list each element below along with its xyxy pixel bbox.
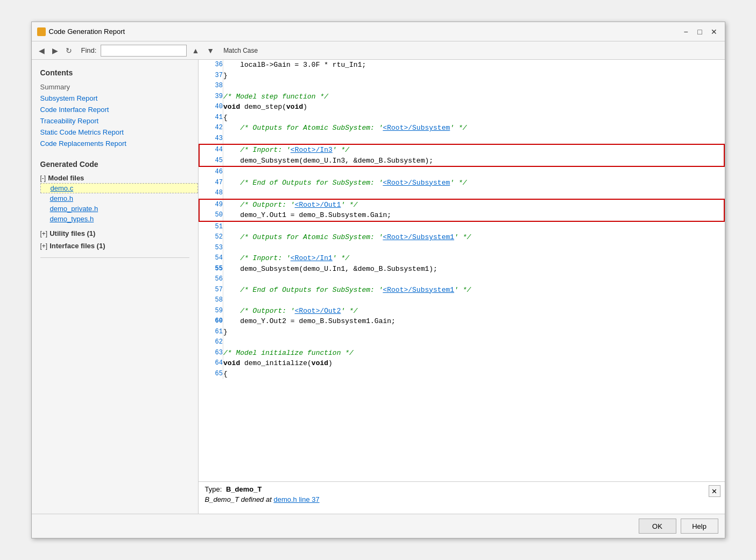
table-row: 40 void demo_step(void): [199, 102, 724, 113]
line-number[interactable]: 56: [199, 274, 223, 285]
find-label: Find:: [81, 46, 97, 54]
table-row: 50 demo_Y.Out1 = demo_B.Subsystem.Gain;: [199, 210, 724, 221]
line-number[interactable]: 40: [199, 102, 223, 113]
code-link[interactable]: <Root>/In3: [291, 146, 333, 154]
line-number[interactable]: 42: [199, 123, 223, 134]
table-row: 60 demo_Y.Out2 = demo_B.Subsystem1.Gain;: [199, 316, 724, 327]
line-number[interactable]: 53: [199, 243, 223, 254]
sidebar-item-summary[interactable]: Summary: [40, 81, 198, 93]
line-number[interactable]: 51: [199, 221, 223, 233]
code-line: /* Outport: '<Root>/Out2' */: [223, 306, 724, 317]
interface-files-toggle[interactable]: [+]: [40, 242, 48, 250]
line-number[interactable]: 59: [199, 306, 223, 317]
code-line: void demo_initialize(void): [223, 358, 724, 369]
code-line: /* Outputs for Atomic SubSystem: '<Root>…: [223, 123, 724, 134]
code-scroll-area[interactable]: 36 localB->Gain = 3.0F * rtu_In1; 37 } 3…: [199, 60, 725, 481]
forward-button[interactable]: ▶: [50, 45, 61, 57]
table-row: 36 localB->Gain = 3.0F * rtu_In1;: [199, 60, 724, 71]
code-line: demo_Subsystem(demo_U.In1, &demo_B.Subsy…: [223, 264, 724, 275]
code-line: /* Outport: '<Root>/Out1' */: [223, 199, 724, 211]
maximize-button[interactable]: □: [695, 26, 705, 37]
line-number[interactable]: 46: [199, 166, 223, 178]
line-number[interactable]: 44: [199, 144, 223, 156]
bottom-bar: OK Help: [32, 514, 725, 538]
code-link[interactable]: <Root>/Out1: [295, 201, 341, 209]
line-number[interactable]: 54: [199, 253, 223, 264]
line-number[interactable]: 38: [199, 81, 223, 92]
code-line: demo_Y.Out1 = demo_B.Subsystem.Gain;: [223, 210, 724, 221]
code-link[interactable]: <Root>/Out2: [295, 307, 341, 315]
code-link[interactable]: <Root>/Subsystem1: [383, 233, 454, 241]
def-link[interactable]: demo.h line 37: [273, 495, 319, 503]
code-link[interactable]: <Root>/Subsystem1: [383, 286, 454, 294]
find-input[interactable]: [101, 45, 187, 57]
utility-files-toggle[interactable]: [+]: [40, 230, 48, 237]
line-number[interactable]: 41: [199, 113, 223, 123]
line-number[interactable]: 64: [199, 358, 223, 369]
table-row: 37 }: [199, 71, 724, 81]
line-number[interactable]: 47: [199, 178, 223, 188]
code-line: {: [223, 369, 724, 380]
line-number[interactable]: 50: [199, 210, 223, 221]
line-number[interactable]: 61: [199, 327, 223, 338]
line-number[interactable]: 48: [199, 188, 223, 199]
code-line: localB->Gain = 3.0F * rtu_In1;: [223, 60, 724, 71]
refresh-button[interactable]: ↻: [63, 45, 75, 57]
table-row: 46: [199, 166, 724, 178]
file-demo-c[interactable]: demo.c: [40, 183, 198, 193]
line-number[interactable]: 57: [199, 285, 223, 296]
table-row: 47 /* End of Outputs for SubSystem: '<Ro…: [199, 178, 724, 188]
code-line: }: [223, 327, 724, 338]
table-row: 65 {: [199, 369, 724, 380]
table-row: 53: [199, 243, 724, 254]
table-row: 49 /* Outport: '<Root>/Out1' */: [199, 199, 724, 211]
code-line: /* Model initialize function */: [223, 348, 724, 359]
type-label: Type:: [205, 485, 222, 493]
find-down-button[interactable]: ▼: [204, 45, 217, 57]
sidebar-item-static-code-metrics[interactable]: Static Code Metrics Report: [40, 127, 198, 138]
line-number[interactable]: 43: [199, 134, 223, 145]
model-files-tree-item: [-] Model files: [40, 173, 198, 183]
table-row: 62: [199, 337, 724, 348]
find-up-button[interactable]: ▲: [189, 45, 202, 57]
line-number[interactable]: 60: [199, 316, 223, 327]
model-files-toggle[interactable]: [-]: [40, 174, 46, 182]
code-link[interactable]: <Root>/Subsystem: [383, 124, 450, 132]
code-line: [223, 221, 724, 233]
table-row: 64 void demo_initialize(void): [199, 358, 724, 369]
line-number[interactable]: 65: [199, 369, 223, 380]
back-button[interactable]: ◀: [36, 45, 47, 57]
interface-files-label: Interface files (1): [50, 242, 105, 250]
line-number[interactable]: 45: [199, 156, 223, 167]
sidebar-item-code-interface-report[interactable]: Code Interface Report: [40, 104, 198, 115]
ok-button[interactable]: OK: [639, 519, 676, 534]
code-line: demo_Subsystem(demo_U.In3, &demo_B.Subsy…: [223, 156, 724, 167]
line-number[interactable]: 49: [199, 199, 223, 211]
line-number[interactable]: 58: [199, 295, 223, 306]
sidebar-item-code-replacements[interactable]: Code Replacements Report: [40, 138, 198, 149]
table-row: 38: [199, 81, 724, 92]
file-demo-types-h[interactable]: demo_types.h: [40, 214, 198, 224]
line-number[interactable]: 36: [199, 60, 223, 71]
help-button[interactable]: Help: [681, 519, 718, 534]
close-button[interactable]: ✕: [709, 26, 719, 37]
table-row: 63 /* Model initialize function */: [199, 348, 724, 359]
line-number[interactable]: 52: [199, 232, 223, 243]
sidebar-item-traceability-report[interactable]: Traceability Report: [40, 115, 198, 127]
line-number[interactable]: 63: [199, 348, 223, 359]
code-link[interactable]: <Root>/Subsystem: [383, 179, 450, 187]
sidebar-item-subsystem-report[interactable]: Subsystem Report: [40, 93, 198, 104]
line-number[interactable]: 55: [199, 264, 223, 275]
line-number[interactable]: 37: [199, 71, 223, 81]
code-link[interactable]: <Root>/In1: [291, 254, 333, 262]
minimize-button[interactable]: −: [681, 26, 691, 37]
table-row: 44 /* Inport: '<Root>/In3' */: [199, 144, 724, 156]
table-row: 48: [199, 188, 724, 199]
line-number[interactable]: 62: [199, 337, 223, 348]
file-demo-private-h[interactable]: demo_private.h: [40, 204, 198, 214]
line-number[interactable]: 39: [199, 92, 223, 102]
file-demo-h[interactable]: demo.h: [40, 193, 198, 204]
title-bar: Code Generation Report − □ ✕: [32, 22, 725, 41]
window-title: Code Generation Report: [49, 27, 681, 36]
info-bar-close-button[interactable]: ✕: [709, 485, 720, 497]
